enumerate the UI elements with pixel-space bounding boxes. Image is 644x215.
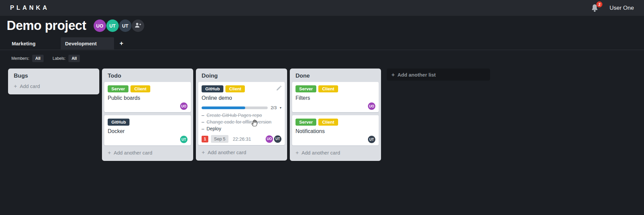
list-name[interactable]: Bugs [8, 69, 99, 82]
tab-development[interactable]: Development [61, 37, 114, 49]
notification-count-badge: 2 [596, 1, 602, 7]
label-client[interactable]: Client [318, 119, 338, 126]
board: Bugs + Add card Todo Server Client Publi… [8, 69, 490, 161]
task-item[interactable]: – Change code for offline version [202, 119, 281, 125]
timer-badge[interactable]: 22:26:31 [233, 136, 251, 142]
labels-filter-value[interactable]: All [68, 55, 79, 62]
progress-count: 2/3 [271, 105, 277, 110]
list-todo: Todo Server Client Public boards UO GitH… [102, 69, 193, 161]
add-list-button[interactable]: + Add another list [387, 69, 490, 81]
add-card-label: Add card [20, 83, 40, 89]
avatar[interactable]: UO [94, 19, 106, 32]
add-card-label: Add another card [208, 149, 246, 155]
avatar[interactable]: UO [368, 102, 375, 110]
due-date-badge[interactable]: Sep 5 [211, 135, 228, 143]
card-title: Public boards [108, 95, 187, 101]
list-name[interactable]: Doing [196, 69, 287, 82]
list-name[interactable]: Done [290, 69, 381, 82]
label-client[interactable]: Client [318, 85, 338, 92]
plus-icon: + [119, 40, 123, 47]
person-add-icon [135, 23, 141, 29]
top-bar: PLANKA 2 User One [0, 0, 644, 16]
avatar[interactable]: UT [274, 135, 281, 143]
card-online-demo[interactable]: GitHub Client Online demo [198, 82, 285, 145]
dash-bullet: – [202, 113, 204, 118]
list-done: Done Server Client Filters UO Server Cli… [290, 69, 381, 161]
task-item[interactable]: – Deploy [202, 126, 281, 131]
card-title: Notifications [296, 128, 375, 134]
label-client[interactable]: Client [130, 85, 150, 92]
planka-app: PLANKA 2 User One Demo project UO UT UT [0, 0, 644, 215]
task-item[interactable]: – Create GitHub Pages repo [202, 113, 281, 118]
filter-bar: Members: All Labels: All [11, 55, 644, 62]
tasks-progress: 2/3 ▾ [202, 105, 281, 110]
dash-bullet: – [202, 126, 204, 131]
plus-icon: + [14, 83, 17, 89]
add-card-label: Add another card [114, 150, 152, 156]
task-text: Change code for offline version [207, 119, 272, 125]
avatar[interactable]: UT [368, 136, 375, 143]
avatar[interactable]: UT [119, 19, 131, 32]
planka-logo[interactable]: PLANKA [10, 4, 49, 11]
notification-count-badge: 1 [202, 136, 208, 142]
add-board-button[interactable]: + [114, 37, 129, 49]
project-header: Demo project UO UT UT Marketi [0, 16, 644, 62]
plus-icon: + [108, 150, 111, 156]
project-title[interactable]: Demo project [7, 18, 86, 33]
progress-fill [202, 106, 245, 109]
card-notifications[interactable]: Server Client Notifications UT [292, 115, 379, 145]
label-server[interactable]: Server [296, 85, 316, 92]
pencil-icon [276, 86, 281, 92]
members-filter-label: Members: [11, 56, 29, 61]
add-member-button[interactable] [132, 19, 144, 32]
label-github[interactable]: GitHub [108, 119, 129, 126]
task-text: Create GitHub Pages repo [207, 113, 262, 118]
add-card-button[interactable]: + Add card [8, 82, 99, 94]
label-server[interactable]: Server [296, 119, 316, 126]
tabs-divider [0, 50, 644, 50]
progress-bar [202, 106, 268, 109]
avatar[interactable]: UO [266, 135, 273, 143]
card-title: Filters [296, 95, 375, 101]
add-card-button[interactable]: + Add another card [290, 148, 381, 160]
list-bugs: Bugs + Add card [8, 69, 99, 94]
add-card-label: Add another card [302, 150, 340, 156]
avatar[interactable]: UO [180, 102, 187, 110]
board-tabs: Marketing Development + [7, 37, 644, 49]
plus-icon: + [296, 150, 299, 156]
card-filters[interactable]: Server Client Filters UO [292, 82, 379, 112]
list-name[interactable]: Todo [102, 69, 193, 82]
labels-filter-label: Labels: [53, 56, 66, 61]
card-docker[interactable]: GitHub Docker UT [104, 115, 191, 145]
card-public-boards[interactable]: Server Client Public boards UO [104, 82, 191, 112]
card-title: Online demo [202, 95, 281, 101]
label-server[interactable]: Server [108, 85, 128, 92]
card-title: Docker [108, 128, 187, 134]
add-list-label: Add another list [397, 72, 436, 78]
card-badges: 1 Sep 5 22:26:31 UO UT [202, 135, 281, 143]
topbar-right: 2 User One [591, 4, 634, 12]
label-github[interactable]: GitHub [202, 85, 223, 92]
tab-marketing[interactable]: Marketing [7, 37, 61, 49]
dash-bullet: – [202, 119, 204, 125]
add-card-button[interactable]: + Add another card [102, 148, 193, 160]
project-members: UO UT UT [94, 19, 144, 32]
members-filter-value[interactable]: All [32, 55, 43, 62]
task-text: Deploy [207, 126, 221, 131]
label-client[interactable]: Client [225, 85, 245, 92]
list-doing: Doing GitHub Client [196, 69, 287, 161]
notifications-button[interactable]: 2 [591, 4, 599, 12]
edit-card-button[interactable] [276, 86, 281, 92]
plus-icon: + [202, 149, 205, 155]
add-card-button[interactable]: + Add another card [196, 148, 287, 160]
user-menu[interactable]: User One [609, 5, 634, 11]
plus-icon: + [391, 72, 395, 78]
avatar[interactable]: UT [106, 19, 119, 32]
avatar[interactable]: UT [180, 136, 187, 143]
chevron-down-icon[interactable]: ▾ [280, 106, 281, 110]
